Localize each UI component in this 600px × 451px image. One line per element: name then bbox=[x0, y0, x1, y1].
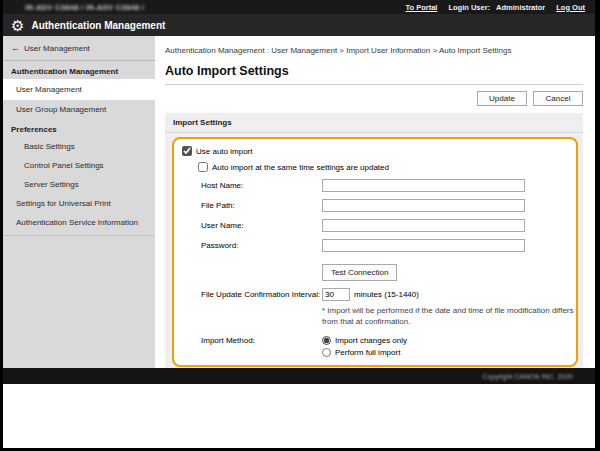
sidebar-item-authentication-service-information[interactable]: Authentication Service Information bbox=[3, 213, 155, 232]
gear-icon: ⚙ bbox=[11, 18, 24, 33]
auto-import-same-time-label: Auto import at the same time settings ar… bbox=[212, 163, 389, 172]
footer-bar: Copyright CANON INC. 2020 bbox=[3, 368, 595, 384]
import-changes-only-radio[interactable] bbox=[322, 336, 331, 345]
user-name-label: User Name: bbox=[201, 221, 322, 230]
import-method-options: Import changes only Perform full import bbox=[322, 336, 407, 357]
host-name-label: Host Name: bbox=[201, 181, 322, 190]
interval-input[interactable] bbox=[322, 288, 350, 301]
password-input[interactable] bbox=[322, 239, 525, 252]
cancel-button[interactable]: Cancel bbox=[533, 91, 583, 106]
import-settings-section: Import Settings Use auto import Auto imp… bbox=[165, 113, 583, 368]
host-name-input[interactable] bbox=[322, 179, 525, 192]
import-changes-only-label: Import changes only bbox=[335, 336, 407, 345]
sidebar-separator bbox=[3, 235, 155, 236]
empty-area bbox=[3, 384, 595, 448]
copyright-text: Copyright CANON INC. 2020 bbox=[482, 373, 573, 380]
use-auto-import-checkbox[interactable] bbox=[182, 146, 192, 156]
main-content: Authentication Management : User Managem… bbox=[155, 36, 595, 368]
sidebar-back-link[interactable]: ← User Management bbox=[3, 36, 155, 61]
left-arrow-icon: ← bbox=[11, 43, 20, 53]
file-path-input[interactable] bbox=[322, 199, 525, 212]
interval-note: * Import will be performed if the date a… bbox=[322, 306, 574, 328]
login-user-label: Login User: bbox=[448, 3, 490, 12]
password-row: Password: bbox=[201, 239, 570, 252]
import-method-row: Import Method: Import changes only Perfo… bbox=[201, 336, 570, 357]
sidebar-item-control-panel-settings[interactable]: Control Panel Settings bbox=[3, 156, 155, 175]
test-connection-row: Test Connection bbox=[322, 261, 570, 281]
section-title: Import Settings bbox=[165, 113, 583, 133]
app-title: Authentication Management bbox=[31, 20, 165, 31]
user-name-input[interactable] bbox=[322, 219, 525, 232]
sidebar-item-basic-settings[interactable]: Basic Settings bbox=[3, 137, 155, 156]
login-user-name: Administrator bbox=[496, 3, 545, 12]
host-name-row: Host Name: bbox=[201, 179, 570, 192]
perform-full-import-option: Perform full import bbox=[322, 348, 407, 357]
import-changes-only-option: Import changes only bbox=[322, 336, 407, 345]
login-user-group: Login User: Administrator bbox=[448, 3, 545, 12]
sidebar-back-label: User Management bbox=[24, 44, 90, 53]
use-auto-import-row: Use auto import bbox=[182, 146, 570, 156]
remote-ui-window: iR-ADV C3848 / iR-ADV C3848 / To Portal … bbox=[3, 0, 595, 448]
auto-import-form: Use auto import Auto import at the same … bbox=[172, 137, 578, 367]
action-buttons: Update Cancel bbox=[165, 91, 583, 106]
password-label: Password: bbox=[201, 241, 322, 250]
auto-import-same-time-row: Auto import at the same time settings ar… bbox=[198, 162, 570, 172]
file-path-label: File Path: bbox=[201, 201, 322, 210]
user-name-row: User Name: bbox=[201, 219, 570, 232]
interval-suffix: minutes (15-1440) bbox=[354, 290, 419, 299]
breadcrumb: Authentication Management : User Managem… bbox=[165, 46, 583, 55]
to-portal-link[interactable]: To Portal bbox=[405, 3, 437, 12]
sidebar: ← User Management Authentication Managem… bbox=[3, 36, 155, 368]
perform-full-import-label: Perform full import bbox=[335, 348, 400, 357]
perform-full-import-radio[interactable] bbox=[322, 348, 331, 357]
page-title: Auto Import Settings bbox=[165, 64, 583, 85]
interval-label: File Update Confirmation Interval: bbox=[201, 290, 322, 299]
sidebar-header-preferences: Preferences bbox=[3, 119, 155, 137]
device-name-label: iR-ADV C3848 / iR-ADV C3848 / bbox=[25, 3, 144, 12]
import-method-label: Import Method: bbox=[201, 336, 322, 357]
body: ← User Management Authentication Managem… bbox=[3, 36, 595, 368]
sidebar-header-authentication-management: Authentication Management bbox=[3, 61, 155, 79]
auto-import-same-time-checkbox[interactable] bbox=[198, 162, 208, 172]
test-connection-button[interactable]: Test Connection bbox=[322, 264, 397, 281]
sidebar-item-settings-for-universal-print[interactable]: Settings for Universal Print bbox=[3, 194, 155, 213]
use-auto-import-label: Use auto import bbox=[196, 147, 252, 156]
file-path-row: File Path: bbox=[201, 199, 570, 212]
interval-row: File Update Confirmation Interval: minut… bbox=[201, 288, 570, 301]
update-button[interactable]: Update bbox=[477, 91, 527, 106]
top-bar: iR-ADV C3848 / iR-ADV C3848 / To Portal … bbox=[3, 0, 595, 14]
app-header: ⚙ Authentication Management bbox=[3, 14, 595, 36]
sidebar-item-user-management[interactable]: User Management bbox=[3, 79, 155, 100]
log-out-link[interactable]: Log Out bbox=[556, 3, 585, 12]
sidebar-item-user-group-management[interactable]: User Group Management bbox=[3, 100, 155, 119]
top-bar-links: To Portal Login User: Administrator Log … bbox=[405, 3, 585, 12]
sidebar-item-server-settings[interactable]: Server Settings bbox=[3, 175, 155, 194]
